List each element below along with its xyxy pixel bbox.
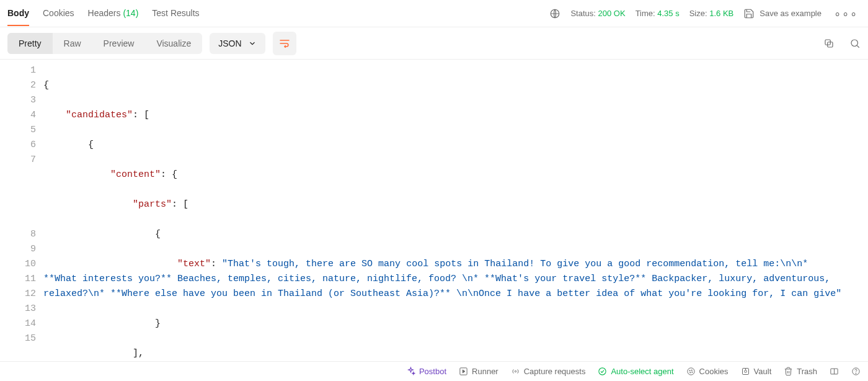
cookies-button[interactable]: Cookies (686, 367, 728, 376)
svg-point-21 (856, 373, 856, 374)
response-tabs: Body Cookies Headers (14) Test Results (7, 1, 200, 26)
format-dropdown[interactable]: JSON (210, 33, 265, 54)
svg-point-13 (689, 372, 690, 373)
vault-label: Vault (754, 367, 772, 376)
svg-line-5 (857, 45, 859, 47)
line-number: 4 (0, 108, 36, 123)
line-number: 1 (0, 63, 36, 78)
svg-point-8 (515, 370, 516, 372)
capture-requests-button[interactable]: Capture requests (511, 367, 586, 376)
view-controls-row: Pretty Raw Preview Visualize JSON (0, 27, 868, 60)
code-line: ], (43, 346, 868, 361)
tab-body[interactable]: Body (7, 1, 29, 26)
tab-cookies[interactable]: Cookies (43, 1, 74, 26)
postbot-label: Postbot (419, 367, 446, 376)
view-mode-segment: Pretty Raw Preview Visualize (7, 33, 202, 54)
bottom-status-bar: Postbot Runner Capture requests Auto-sel… (0, 361, 868, 381)
wrap-lines-button[interactable] (273, 32, 296, 55)
svg-point-11 (689, 370, 690, 371)
tab-headers[interactable]: Headers (14) (88, 1, 139, 26)
view-pretty[interactable]: Pretty (7, 33, 53, 54)
code-line: { (43, 227, 868, 242)
svg-point-12 (691, 370, 692, 370)
size-label: Size: (689, 9, 707, 18)
code-line: } (43, 316, 868, 331)
svg-marker-7 (463, 370, 465, 373)
vault-icon (741, 367, 750, 376)
line-number: 13 (0, 302, 36, 316)
svg-point-14 (691, 372, 692, 372)
line-number: 6 (0, 138, 36, 153)
line-number: 14 (0, 316, 36, 331)
globe-icon[interactable] (549, 8, 560, 19)
line-number: 11 (0, 272, 36, 287)
two-pane-icon[interactable] (830, 367, 839, 376)
status-size: Size: 1.6 KB (689, 9, 734, 18)
line-number-gutter: 1 2 3 4 5 6 7 8 9 10 11 12 13 14 15 (0, 60, 43, 361)
status-area: Status: 200 OK Time: 4.35 s Size: 1.6 KB… (549, 7, 861, 20)
size-value: 1.6 KB (709, 9, 733, 18)
line-number: 2 (0, 78, 36, 93)
code-line: "content": { (43, 168, 868, 182)
capture-label: Capture requests (524, 367, 586, 376)
line-number: 15 (0, 331, 36, 346)
status-label: Status: (570, 9, 595, 18)
svg-point-10 (687, 368, 694, 375)
time-value: 4.35 s (657, 9, 679, 18)
search-icon[interactable] (849, 38, 861, 49)
json-key: "text" (177, 259, 211, 269)
code-content[interactable]: { "candidates": [ { "content": { "parts"… (43, 60, 868, 361)
line-number: 8 (0, 227, 36, 242)
save-as-example-label: Save as example (760, 9, 822, 18)
trash-icon (784, 367, 793, 376)
line-number: 5 (0, 123, 36, 138)
status-code: Status: 200 OK (570, 9, 625, 18)
tab-headers-label: Headers (88, 8, 121, 18)
line-number: 10 (0, 257, 36, 272)
code-line: { (43, 78, 868, 93)
code-line: { (43, 138, 868, 153)
auto-agent-label: Auto-select agent (611, 367, 673, 376)
cookie-icon (686, 367, 696, 376)
time-label: Time: (636, 9, 655, 18)
svg-point-4 (851, 40, 858, 47)
more-options-icon[interactable]: ∘∘∘ (831, 7, 861, 20)
runner-label: Runner (472, 367, 498, 376)
cookies-label: Cookies (699, 367, 728, 376)
json-key: "candidates" (66, 110, 133, 120)
tab-test-results[interactable]: Test Results (152, 1, 199, 26)
format-dropdown-label: JSON (218, 38, 241, 48)
copy-icon[interactable] (823, 38, 835, 49)
status-time: Time: 4.35 s (636, 9, 680, 18)
trash-label: Trash (797, 367, 817, 376)
save-as-example-button[interactable]: Save as example (743, 8, 822, 19)
view-visualize[interactable]: Visualize (145, 33, 202, 54)
play-box-icon (459, 367, 468, 376)
sparkle-icon (406, 367, 415, 376)
line-number: 7 (0, 153, 36, 227)
code-line: "text": "That's tough, there are SO many… (43, 257, 868, 302)
code-line: "parts": [ (43, 197, 868, 212)
view-preview[interactable]: Preview (92, 33, 146, 54)
help-icon[interactable] (851, 367, 861, 376)
wrap-icon (278, 37, 291, 50)
line-number: 12 (0, 287, 36, 302)
line-number: 3 (0, 93, 36, 108)
line-number: 9 (0, 242, 36, 257)
runner-button[interactable]: Runner (459, 367, 498, 376)
response-header-row: Body Cookies Headers (14) Test Results S… (0, 0, 868, 27)
code-line: "candidates": [ (43, 108, 868, 123)
tab-headers-count: (14) (123, 8, 138, 18)
chevron-down-icon (248, 39, 257, 48)
svg-point-16 (744, 370, 746, 373)
response-body-viewer[interactable]: 1 2 3 4 5 6 7 8 9 10 11 12 13 14 15 { "c… (0, 60, 868, 361)
json-key: "parts" (133, 199, 172, 210)
vault-button[interactable]: Vault (741, 367, 772, 376)
svg-point-9 (599, 368, 606, 375)
auto-select-agent-button[interactable]: Auto-select agent (598, 367, 673, 376)
view-raw[interactable]: Raw (53, 33, 92, 54)
antenna-icon (511, 367, 520, 376)
trash-button[interactable]: Trash (784, 367, 817, 376)
postbot-button[interactable]: Postbot (406, 367, 446, 376)
json-key: "content" (110, 169, 161, 180)
